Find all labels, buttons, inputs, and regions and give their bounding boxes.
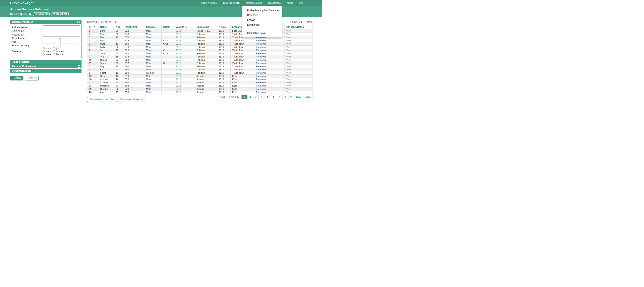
voyage-id-link[interactable]: 2315 — [176, 56, 181, 58]
expand-icon[interactable]: + — [78, 65, 80, 68]
expand-icon[interactable]: + — [78, 70, 80, 72]
african-origins-view-link[interactable]: View — [286, 75, 291, 77]
checkbox-icon[interactable] — [53, 50, 55, 52]
checkbox-male[interactable]: male — [42, 53, 53, 56]
voyage-id-link[interactable]: 2315 — [176, 59, 181, 61]
sidebar-reset-button[interactable]: Reset All — [24, 76, 38, 80]
nav-item-en[interactable]: EN▼ — [299, 2, 305, 4]
african-origins-view-link[interactable]: View — [286, 59, 291, 61]
voyage-id-link[interactable]: 2315 — [176, 52, 181, 55]
african-origins-view-link[interactable]: View — [286, 81, 291, 84]
african-origins-view-link[interactable]: View — [286, 78, 291, 80]
checkbox-girls[interactable]: girls — [53, 47, 60, 50]
voyage-id-link[interactable]: 2315 — [176, 33, 181, 35]
nav-item-resources[interactable]: Resources▼ — [268, 2, 283, 4]
voyage-id-link[interactable]: 2318 — [176, 81, 181, 84]
page-9[interactable]: 9 — [288, 94, 294, 99]
col-header-id[interactable]: ID — [87, 25, 98, 30]
nav-item-trans-atlantic[interactable]: Trans-Atlantic▼ — [200, 2, 219, 4]
checkbox-icon[interactable] — [42, 54, 44, 56]
help-icon[interactable]: ? — [29, 13, 32, 16]
nav-item-african-names[interactable]: African Names▼ — [246, 2, 265, 4]
download-current-view-button[interactable]: Download current view — [87, 97, 117, 102]
time-frame-max-input[interactable] — [60, 36, 76, 40]
download-all-results-button[interactable]: Download all results — [118, 97, 145, 102]
african-origins-view-link[interactable]: View — [286, 42, 291, 45]
voyage-id-input[interactable] — [42, 33, 80, 36]
checkbox-icon[interactable] — [53, 54, 55, 56]
african-origins-view-link[interactable]: View — [286, 30, 291, 32]
voyage-id-link[interactable]: 2315 — [176, 42, 181, 45]
panel-place-of-embarkation[interactable]: Place of Embarkation + — [10, 64, 82, 68]
african-origins-view-link[interactable]: View — [286, 56, 291, 58]
checkbox-women[interactable]: women — [53, 50, 64, 53]
page-7[interactable]: 7 — [276, 94, 282, 99]
col-header-sex-age[interactable]: Sex/Age — [144, 25, 162, 30]
page-last[interactable]: Last — [304, 94, 312, 99]
african-name-input[interactable] — [42, 26, 80, 29]
age-max-input[interactable] — [60, 40, 76, 44]
checkbox-icon[interactable] — [53, 48, 55, 50]
page-4[interactable]: 4 — [259, 94, 264, 99]
voyage-id-link[interactable]: 2315 — [176, 65, 181, 68]
general-variables-header[interactable]: General Variables − — [10, 20, 81, 24]
col-header-voyage-id[interactable]: Voyage ID — [174, 25, 195, 30]
col-header-arrival[interactable]: Arrival — [217, 25, 230, 30]
menu-item-essays[interactable]: Essays — [242, 18, 282, 22]
voyage-id-link[interactable]: 2318 — [176, 75, 181, 77]
page-3[interactable]: 3 — [253, 94, 259, 99]
african-origins-view-link[interactable]: View — [286, 68, 291, 71]
age-min-input[interactable] — [42, 40, 58, 44]
voyage-id-link[interactable]: 2315 — [176, 68, 181, 71]
african-origins-view-link[interactable]: View — [286, 91, 291, 94]
african-origins-view-link[interactable]: View — [286, 46, 291, 48]
african-origins-view-link[interactable]: View — [286, 33, 291, 35]
search-button[interactable]: Search — [10, 76, 24, 80]
voyage-id-link[interactable]: 2318 — [176, 88, 181, 90]
checkbox-icon[interactable] — [42, 50, 44, 52]
page-2[interactable]: 2 — [247, 94, 253, 99]
voyage-id-link[interactable]: 2315 — [176, 62, 181, 64]
height-max-input[interactable] — [60, 44, 76, 48]
voyage-id-link[interactable]: 2315 — [176, 49, 181, 52]
page-6[interactable]: 6 — [271, 94, 276, 99]
ship-name-input[interactable] — [42, 29, 80, 33]
menu-item-contribute-data[interactable]: Contribute Data — [242, 31, 282, 36]
checkbox-icon[interactable] — [42, 48, 44, 50]
voyage-id-link[interactable]: 2315 — [176, 46, 181, 48]
col-header-origin[interactable]: Origin — [162, 25, 174, 30]
african-origins-view-link[interactable]: View — [286, 65, 291, 68]
view-all-button[interactable]: View All — [33, 12, 50, 16]
checkbox-female[interactable]: female — [53, 53, 63, 56]
col-header-african-origins[interactable]: African Origins — [285, 25, 312, 30]
african-origins-view-link[interactable]: View — [286, 72, 291, 74]
page-5[interactable]: 5 — [265, 94, 270, 99]
menu-item-understanding-the-database[interactable]: Understanding the Database — [242, 8, 282, 13]
voyage-id-link[interactable]: 2318 — [176, 91, 181, 94]
nav-item-intra-american[interactable]: Intra-American▼ — [222, 2, 242, 4]
expand-icon[interactable]: + — [78, 61, 80, 63]
checkbox-boys[interactable]: boys — [42, 47, 53, 50]
time-frame-min-input[interactable] — [42, 36, 58, 40]
nav-item-about[interactable]: About▼ — [286, 2, 296, 4]
site-brand[interactable]: Slave Voyages — [10, 1, 34, 5]
african-origins-view-link[interactable]: View — [286, 62, 291, 64]
reset-all-button[interactable]: ✕ Reset All — [51, 12, 68, 16]
voyage-id-link[interactable]: 2315 — [176, 36, 181, 38]
panel-disembarkation[interactable]: Disembarkation + — [10, 69, 82, 73]
collapse-icon[interactable]: − — [78, 21, 80, 23]
african-origins-view-link[interactable]: View — [286, 49, 291, 52]
menu-item-database[interactable]: Database — [242, 13, 282, 18]
col-header-name[interactable]: Name — [98, 25, 114, 30]
voyage-id-link[interactable]: 2315 — [176, 72, 181, 74]
col-header-age[interactable]: Age — [114, 25, 123, 30]
panel-place-of-origin[interactable]: Place of Origin + — [10, 60, 82, 64]
voyage-id-link[interactable]: 2318 — [176, 84, 181, 87]
page-next[interactable]: Next — [294, 94, 304, 99]
african-origins-view-link[interactable]: View — [286, 84, 291, 87]
col-header-ship-name[interactable]: Ship Name — [195, 25, 217, 30]
african-origins-view-link[interactable]: View — [286, 52, 291, 55]
page-8[interactable]: 8 — [282, 94, 288, 99]
african-origins-view-link[interactable]: View — [286, 88, 291, 90]
voyage-id-link[interactable]: 2314 — [176, 30, 181, 32]
